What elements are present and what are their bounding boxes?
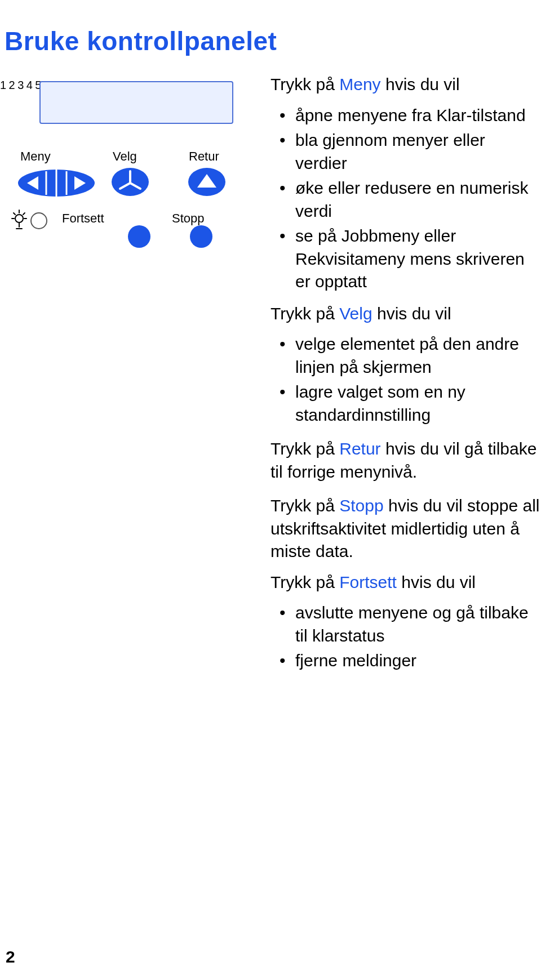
section-velg-list: velge elementet på den andre linjen på s… [270, 333, 541, 426]
display-screen [39, 81, 233, 124]
section-fortsett-list: avslutte menyene og gå tilbake til klars… [270, 602, 541, 672]
velg-button-icon [110, 166, 150, 198]
ref-num-1: 1 [0, 79, 6, 91]
page-title: Bruke kontrollpanelet [5, 26, 541, 56]
text: Trykk på [270, 439, 339, 458]
document-page: Bruke kontrollpanelet 1 Meny 2 Velg 3 Re… [0, 0, 541, 980]
svg-point-21 [128, 225, 150, 248]
section-retur-para: Trykk på Retur hvis du vil gå tilbake ti… [270, 438, 541, 483]
figure-column: 1 Meny 2 Velg 3 Retur 4 [0, 73, 270, 270]
retur-button-icon [187, 166, 227, 198]
keyword-meny: Meny [339, 75, 380, 93]
section-fortsett-lead: Trykk på Fortsett hvis du vil [270, 571, 541, 594]
text-column: Trykk på Meny hvis du vil åpne menyene f… [270, 73, 541, 681]
keyword-retur: Retur [339, 439, 380, 458]
stopp-button-icon [189, 224, 214, 249]
keyword-velg: Velg [339, 304, 372, 323]
list-item: avslutte menyene og gå tilbake til klars… [270, 602, 541, 647]
text: Trykk på [270, 304, 339, 323]
list-item: øke eller redusere en numerisk verdi [270, 177, 541, 222]
text: hvis du vil [397, 573, 476, 591]
control-panel-figure: 1 Meny 2 Velg 3 Retur 4 [0, 79, 270, 270]
list-item: velge elementet på den andre linjen på s… [270, 333, 541, 378]
meny-button-icon [17, 168, 96, 198]
svg-point-20 [31, 213, 47, 229]
list-item: fjerne meldinger [270, 649, 541, 672]
label-meny: Meny [20, 149, 51, 164]
content-columns: 1 Meny 2 Velg 3 Retur 4 [0, 73, 541, 681]
text: Trykk på [270, 75, 339, 93]
page-number: 2 [6, 947, 15, 966]
text: Trykk på [270, 573, 339, 591]
svg-point-12 [15, 215, 23, 222]
section-velg-lead: Trykk på Velg hvis du vil [270, 302, 541, 326]
list-item: se på Jobbmeny eller Rekvisitameny mens … [270, 225, 541, 293]
svg-line-18 [14, 213, 15, 215]
indicator-light-icon [11, 208, 50, 233]
text: hvis du vil [381, 75, 460, 93]
text: Trykk på [270, 496, 339, 515]
fortsett-button-icon [127, 224, 152, 249]
section-stopp-para: Trykk på Stopp hvis du vil stoppe all ut… [270, 495, 541, 563]
ref-num-2: 2 [9, 79, 15, 91]
text: hvis du vil [373, 304, 451, 323]
section-meny-lead: Trykk på Meny hvis du vil [270, 73, 541, 96]
label-retur: Retur [189, 149, 219, 164]
ref-num-3: 3 [17, 79, 24, 91]
keyword-stopp: Stopp [339, 496, 383, 515]
list-item: lagre valget som en ny standardinnstilli… [270, 381, 541, 426]
label-fortsett: Fortsett [62, 211, 104, 226]
svg-line-19 [23, 213, 25, 215]
section-meny-list: åpne menyene fra Klar-tilstand bla gjenn… [270, 104, 541, 293]
keyword-fortsett: Fortsett [339, 573, 397, 591]
label-velg: Velg [113, 149, 137, 164]
list-item: åpne menyene fra Klar-tilstand [270, 104, 541, 127]
list-item: bla gjennom menyer eller verdier [270, 129, 541, 175]
svg-point-22 [190, 225, 212, 248]
ref-num-4: 4 [26, 79, 33, 91]
